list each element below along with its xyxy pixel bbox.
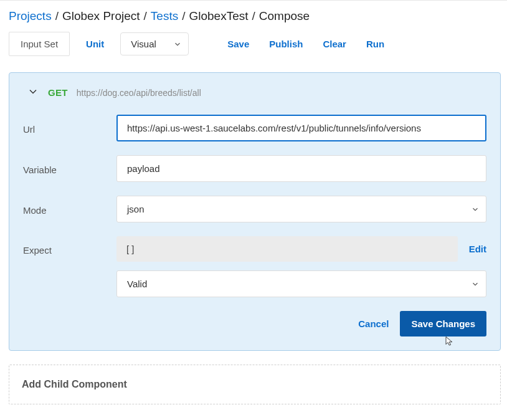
valid-select[interactable]: Valid <box>116 270 486 297</box>
expect-label: Expect <box>23 242 116 255</box>
breadcrumb: Projects / Globex Project / Tests / Glob… <box>9 9 501 32</box>
run-button[interactable]: Run <box>360 34 391 54</box>
toolbar: Input Set Unit Visual Save Publish Clear… <box>9 32 501 56</box>
panel-header[interactable]: GET https://dog.ceo/api/breeds/list/all <box>23 85 486 100</box>
breadcrumb-globex-project[interactable]: Globex Project <box>62 9 140 23</box>
variable-input[interactable] <box>116 155 486 182</box>
breadcrumb-sep: / <box>252 9 255 23</box>
publish-button[interactable]: Publish <box>263 34 309 54</box>
mode-select-value: json <box>127 204 145 214</box>
breadcrumb-sep: / <box>55 9 59 23</box>
valid-select-value: Valid <box>127 279 147 289</box>
edit-button[interactable]: Edit <box>469 244 486 254</box>
breadcrumb-sep: / <box>144 9 147 23</box>
chevron-down-icon <box>173 40 182 49</box>
chevron-down-icon <box>27 85 39 100</box>
mode-label: Mode <box>23 203 116 216</box>
save-changes-button[interactable]: Save Changes <box>400 311 486 336</box>
cursor-icon <box>444 336 455 347</box>
breadcrumb-projects[interactable]: Projects <box>9 9 52 23</box>
request-panel: GET https://dog.ceo/api/breeds/list/all … <box>9 72 501 351</box>
tab-unit[interactable]: Unit <box>77 32 113 55</box>
header-url: https://dog.ceo/api/breeds/list/all <box>77 88 201 98</box>
clear-button[interactable]: Clear <box>316 34 353 54</box>
spacer-label <box>23 283 116 285</box>
url-input[interactable] <box>116 115 486 141</box>
variable-label: Variable <box>23 162 116 175</box>
input-set-button[interactable]: Input Set <box>9 32 70 56</box>
panel-footer: Cancel Save Changes <box>23 311 486 336</box>
visual-select-label: Visual <box>131 39 156 49</box>
url-label: Url <box>23 122 116 135</box>
chevron-down-icon <box>471 205 480 214</box>
mode-select[interactable]: json <box>116 196 486 222</box>
breadcrumb-globextest[interactable]: GlobexTest <box>189 9 248 23</box>
add-child-component[interactable]: Add Child Component <box>9 365 501 404</box>
cancel-button[interactable]: Cancel <box>358 318 389 329</box>
expect-value: [ ] <box>116 236 458 262</box>
breadcrumb-sep: / <box>182 9 185 23</box>
chevron-down-icon <box>471 280 480 289</box>
visual-select[interactable]: Visual <box>120 32 189 55</box>
save-button[interactable]: Save <box>221 34 255 54</box>
http-method-badge: GET <box>48 87 68 98</box>
breadcrumb-compose: Compose <box>259 9 310 23</box>
breadcrumb-tests[interactable]: Tests <box>151 9 178 23</box>
